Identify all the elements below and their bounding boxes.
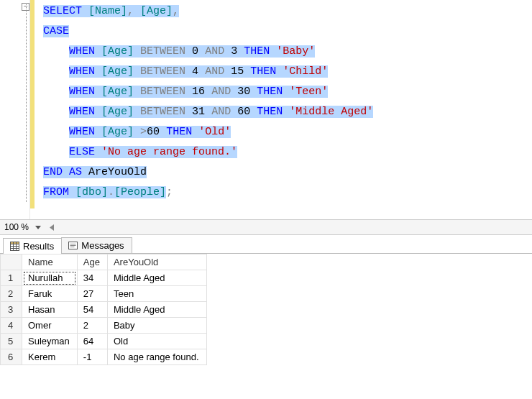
table-row[interactable]: 1Nurullah34Middle Aged (1, 270, 207, 286)
column-header[interactable]: Age (77, 254, 107, 270)
code-token: WHEN (69, 45, 95, 58)
code-token: 16 (192, 86, 205, 98)
code-token: [Name] (88, 5, 127, 17)
code-token (185, 45, 192, 58)
code-token: WHEN (69, 86, 95, 98)
code-token: SELECT (43, 5, 82, 17)
table-row[interactable]: 4Omer2Baby (1, 318, 207, 334)
table-row[interactable]: 6Kerem-1No age range found. (1, 349, 207, 365)
table-row[interactable]: 2Faruk27Teen (1, 286, 207, 302)
grid-cell[interactable]: 34 (77, 270, 107, 286)
code-token: 0 (192, 45, 198, 58)
code-token (95, 126, 101, 138)
results-grid[interactable]: NameAgeAreYouOld 1Nurullah34Middle Aged2… (0, 254, 207, 365)
grid-cell[interactable]: 2 (77, 318, 107, 334)
grid-cell[interactable]: Teen (107, 286, 206, 302)
code-line[interactable]: WHEN [Age] BETWEEN 0 AND 3 THEN 'Baby' (43, 42, 373, 62)
grid-cell[interactable]: No age range found. (107, 349, 206, 365)
tab-messages[interactable]: Messages (61, 237, 132, 253)
sql-code-area[interactable]: SELECT [Name], [Age],CASE WHEN [Age] BET… (30, 0, 373, 219)
table-row[interactable]: 3Hasan54Middle Aged (1, 302, 207, 318)
code-line[interactable]: END AS AreYouOld (43, 162, 373, 183)
code-token (134, 126, 140, 138)
code-token: > (140, 126, 147, 138)
code-token (185, 86, 192, 98)
grid-cell[interactable]: -1 (77, 349, 107, 365)
code-token: THEN (166, 126, 192, 138)
column-header[interactable]: AreYouOld (107, 254, 206, 270)
scroll-left-icon[interactable] (46, 221, 58, 233)
code-token: 'Middle Aged' (289, 106, 373, 118)
code-token: THEN (257, 106, 283, 118)
grid-cell[interactable]: 64 (77, 334, 107, 349)
code-line[interactable]: CASE (43, 22, 373, 42)
sql-editor-pane: − SELECT [Name], [Age],CASE WHEN [Age] B… (0, 0, 532, 219)
code-token: 15 (231, 65, 244, 78)
code-token (134, 65, 140, 78)
grid-cell[interactable]: Omer (22, 318, 78, 334)
code-token: [People] (114, 186, 166, 198)
tab-results-label: Results (23, 241, 54, 252)
code-line[interactable]: ELSE 'No age range found.' (43, 142, 373, 162)
code-line[interactable]: FROM [dbo].[People]; (43, 183, 373, 203)
grid-cell[interactable]: Baby (107, 318, 206, 334)
table-row[interactable]: 5Suleyman64Old (1, 334, 207, 349)
grid-cell[interactable]: Faruk (22, 286, 78, 302)
code-line[interactable]: WHEN [Age] BETWEEN 4 AND 15 THEN 'Child' (43, 62, 373, 82)
code-token: ; (166, 186, 173, 198)
code-token (270, 45, 276, 58)
code-token: [dbo] (75, 186, 108, 198)
code-token (250, 86, 257, 98)
column-header[interactable]: Name (22, 254, 78, 270)
code-token (95, 45, 101, 58)
grid-cell[interactable]: Old (107, 334, 206, 349)
code-line[interactable]: SELECT [Name], [Age], (43, 1, 373, 22)
code-token: BETWEEN (140, 106, 185, 118)
code-token (244, 65, 250, 78)
code-token (63, 166, 69, 178)
tab-results[interactable]: Results (3, 238, 62, 254)
code-token (198, 65, 205, 78)
code-token (134, 106, 140, 118)
code-token: AND (205, 65, 224, 78)
code-token (160, 126, 166, 138)
grid-cell[interactable]: 54 (77, 302, 107, 318)
code-token: WHEN (69, 65, 95, 78)
code-token (134, 86, 140, 98)
code-token (69, 186, 75, 198)
grid-cell[interactable]: Middle Aged (107, 302, 206, 318)
row-number-cell[interactable]: 6 (1, 349, 22, 365)
code-token: 31 (192, 106, 205, 118)
grid-cell[interactable]: 27 (77, 286, 107, 302)
code-token: AND (211, 86, 231, 98)
code-token (185, 106, 192, 118)
code-token: [Age] (101, 65, 134, 78)
row-number-cell[interactable]: 1 (1, 270, 22, 286)
code-token: , (127, 5, 134, 17)
code-token: END (43, 166, 63, 178)
row-number-cell[interactable]: 2 (1, 286, 22, 302)
code-token (43, 86, 69, 98)
code-token (43, 65, 69, 78)
row-number-cell[interactable]: 3 (1, 302, 22, 318)
code-token (43, 126, 69, 138)
grid-cell[interactable]: Nurullah (22, 270, 78, 286)
code-token: 'Child' (283, 65, 328, 78)
code-line[interactable]: WHEN [Age] BETWEEN 16 AND 30 THEN 'Teen' (43, 82, 373, 102)
code-token: 60 (237, 106, 250, 118)
row-number-cell[interactable]: 5 (1, 334, 22, 349)
grid-cell[interactable]: Middle Aged (107, 270, 206, 286)
row-number-cell[interactable]: 4 (1, 318, 22, 334)
code-token: [Age] (101, 106, 134, 118)
grid-cell[interactable]: Hasan (22, 302, 78, 318)
code-token (43, 45, 69, 58)
grid-cell[interactable]: Kerem (22, 349, 78, 365)
code-line[interactable]: WHEN [Age] >60 THEN 'Old' (43, 122, 373, 142)
code-token (250, 106, 257, 118)
zoom-dropdown-icon[interactable] (33, 222, 43, 232)
grid-cell[interactable]: Suleyman (22, 334, 78, 349)
code-token (82, 166, 88, 178)
code-token: FROM (43, 186, 69, 198)
code-token: . (108, 186, 114, 198)
code-line[interactable]: WHEN [Age] BETWEEN 31 AND 60 THEN 'Middl… (43, 102, 373, 122)
